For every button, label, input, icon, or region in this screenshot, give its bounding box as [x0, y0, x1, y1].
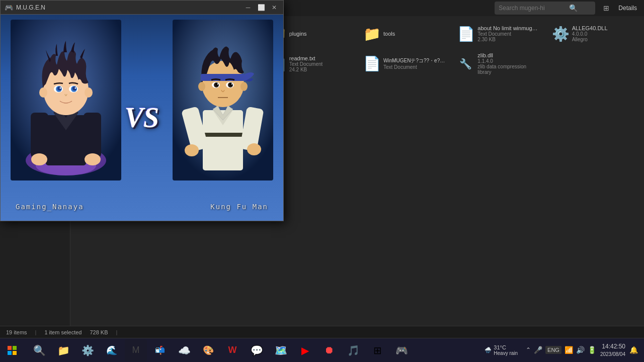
volume-icon[interactable]: 🔊 [576, 346, 585, 354]
svg-rect-40 [8, 351, 12, 355]
file-name-plugins: plugins [289, 31, 307, 37]
tray-expand-icon[interactable]: ⌃ [526, 346, 531, 353]
svg-rect-23 [201, 74, 245, 81]
taskbar-right: 🌧️ 31°C Heavy rain ⌃ 🎤 ENG 📶 🔊 🔋 14:42:5… [478, 342, 644, 358]
status-sep1: | [35, 329, 37, 335]
file-name-alleg: ALLEG40.DLL [572, 25, 608, 31]
file-name-about: about No limit winmugen.txt [477, 25, 539, 31]
taskbar-files-icon[interactable]: 📁 [52, 339, 74, 361]
status-size: 728 KB [90, 329, 108, 335]
mic-icon[interactable]: 🎤 [534, 346, 542, 354]
svg-point-11 [60, 87, 61, 89]
taskbar-music-icon[interactable]: 🎵 [342, 339, 364, 361]
file-name-readme: readme.txt [289, 55, 323, 61]
taskbar-mail1-icon[interactable]: M [125, 339, 147, 361]
txt-icon-about: 📄 [457, 26, 473, 42]
svg-point-14 [85, 87, 93, 98]
view-toggle-icon[interactable]: ⊞ [599, 1, 613, 15]
system-tray: ⌃ 🎤 ENG 📶 🔊 🔋 [526, 346, 596, 354]
mugen-titlebar: 🎮 M.U.G.E.N ─ ⬜ ✕ [1, 1, 283, 15]
taskbar-mail2-icon[interactable]: 📬 [149, 339, 171, 361]
clock-date: 2023/08/04 [600, 351, 625, 358]
wifi-icon[interactable]: 📶 [565, 346, 573, 354]
file-item-alleg[interactable]: ⚙️ ALLEG40.DLL 4.0.0.0Allegro [548, 22, 638, 45]
search-input[interactable] [499, 5, 569, 12]
file-item-winmugen-txt[interactable]: 📄 WinMUGENテ?コ??・e?・A?環」a?Qa?Ca?Ae?・e?・e?… [359, 49, 449, 78]
taskbar-messenger-icon[interactable]: 💬 [246, 339, 268, 361]
dll-icon-alleg: ⚙️ [552, 26, 568, 42]
svg-rect-21 [203, 133, 243, 137]
taskbar-app-icons: 🔍 📁 ⚙️ 🌊 M 📬 ☁️ 🎨 W 💬 🗺️ ▶ ⏺ 🎵 ⊞ 🎮 [24, 339, 478, 361]
svg-point-31 [231, 83, 232, 84]
status-bar: 19 items | 1 item selected 728 KB | [0, 326, 644, 338]
language-indicator[interactable]: ENG [545, 346, 561, 354]
char-name-left: Gaming_Nanaya [16, 203, 84, 211]
svg-point-30 [217, 83, 218, 84]
taskbar-dev-icon[interactable]: 🎨 [197, 339, 219, 361]
notifications-icon[interactable]: 🔔 [629, 346, 638, 354]
svg-rect-16 [84, 113, 101, 158]
weather-icon: 🌧️ [485, 347, 492, 353]
vs-screen: VS [1, 15, 283, 221]
svg-point-13 [39, 87, 47, 98]
file-meta-winmugen-txt: Text Document [383, 64, 445, 70]
file-name-winmugen-txt: WinMUGENテ?コ??・e?・A?環」a?Qa?Ca?Ae?・e?・e?[フ… [383, 57, 445, 64]
svg-rect-41 [13, 351, 17, 355]
taskbar-youtube-icon[interactable]: ▶ [294, 339, 316, 361]
clock-time: 14:42:50 [600, 342, 625, 351]
search-box[interactable]: 🔍 [495, 2, 595, 15]
file-name-tools: tools [383, 31, 395, 37]
taskbar-drive-icon[interactable]: ☁️ [173, 339, 195, 361]
taskbar: 🔍 📁 ⚙️ 🌊 M 📬 ☁️ 🎨 W 💬 🗺️ ▶ ⏺ 🎵 ⊞ 🎮 🌧️ 31… [0, 338, 644, 362]
clock-widget[interactable]: 14:42:50 2023/08/04 [600, 342, 625, 358]
battery-icon[interactable]: 🔋 [588, 346, 596, 354]
taskbar-w-icon[interactable]: W [221, 339, 244, 361]
svg-point-32 [198, 82, 205, 91]
mugen-window: 🎮 M.U.G.E.N ─ ⬜ ✕ [0, 0, 284, 221]
file-item-about[interactable]: 📄 about No limit winmugen.txt Text Docum… [453, 22, 543, 45]
svg-point-37 [247, 143, 261, 155]
txt-icon-winmugen: 📄 [363, 55, 379, 72]
start-button[interactable] [0, 338, 24, 363]
svg-point-18 [85, 153, 101, 165]
taskbar-rec-icon[interactable]: ⏺ [318, 339, 340, 361]
status-selected: 1 item selected [44, 329, 82, 335]
file-item-zlib[interactable]: 🔧 zlib.dll 1.1.4.0zlib data compression … [453, 49, 543, 78]
mugen-title-icon: 🎮 [5, 4, 13, 12]
file-item-tools[interactable]: 📁 tools [359, 22, 449, 45]
svg-point-36 [185, 144, 199, 156]
minimize-button[interactable]: ─ [243, 3, 253, 13]
svg-point-12 [75, 87, 76, 89]
vs-text: VS [125, 102, 159, 134]
status-items: 19 items [6, 329, 27, 335]
taskbar-game-icon[interactable]: 🎮 [390, 339, 413, 361]
svg-rect-15 [31, 113, 48, 158]
folder-icon-tools: 📁 [363, 26, 379, 42]
taskbar-maps-icon[interactable]: 🗺️ [270, 339, 292, 361]
char-name-right: Kung Fu Man [210, 203, 268, 211]
dll-icon-zlib: 🔧 [457, 58, 473, 70]
mugen-title-text: M.U.G.E.N [16, 4, 240, 11]
file-meta-readme: Text Document24.2 KB [289, 61, 323, 72]
char-left-portrait [11, 20, 121, 180]
close-button[interactable]: ✕ [269, 3, 279, 13]
search-icon: 🔍 [569, 4, 578, 12]
weather-temp: 31°C [494, 344, 518, 350]
svg-rect-39 [13, 346, 17, 350]
file-name-zlib: zlib.dll [477, 52, 539, 58]
file-meta-alleg: 4.0.0.0Allegro [572, 31, 608, 42]
taskbar-search-icon[interactable]: 🔍 [28, 339, 50, 361]
maximize-button[interactable]: ⬜ [256, 3, 266, 13]
svg-point-33 [240, 82, 248, 91]
status-sep2: | [116, 329, 118, 335]
mugen-game-area[interactable]: VS [1, 15, 283, 221]
svg-rect-38 [8, 346, 12, 350]
char-right-portrait [173, 20, 273, 180]
details-label[interactable]: Details [615, 1, 640, 15]
weather-widget[interactable]: 🌧️ 31°C Heavy rain [485, 344, 518, 356]
taskbar-edge-icon[interactable]: 🌊 [101, 339, 123, 361]
weather-desc: Heavy rain [494, 350, 518, 356]
svg-point-17 [31, 153, 47, 165]
taskbar-settings-icon[interactable]: ⚙️ [76, 339, 99, 361]
taskbar-grid-icon[interactable]: ⊞ [366, 339, 388, 361]
